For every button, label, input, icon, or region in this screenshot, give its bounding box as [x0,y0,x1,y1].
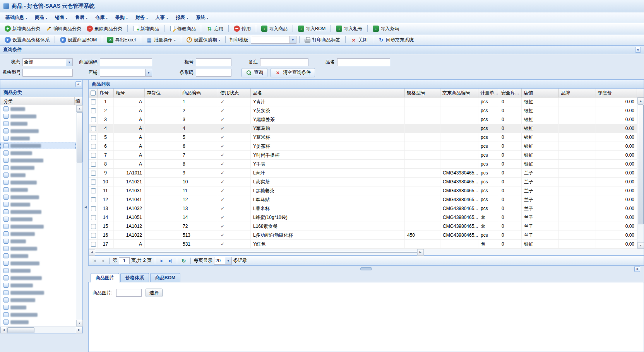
tree-item[interactable] [0,201,76,208]
set-price-system-button[interactable]: 设置商品价格体系 [2,35,52,45]
column-header-brand[interactable]: 品牌 [559,89,596,97]
table-row[interactable]: 141A105114✓L蜂蜜(10g*10袋)CMG43980465...盒0兰… [89,213,637,222]
column-header-code[interactable]: 商品编码 [180,89,218,97]
page-size-value[interactable] [214,257,225,264]
choose-image-button[interactable]: 选择 [146,289,163,297]
tree-item[interactable] [0,289,76,296]
tree-item[interactable] [0,282,76,289]
last-page-button[interactable] [167,257,174,264]
tree-item[interactable] [0,105,76,113]
row-checkbox[interactable] [91,153,96,158]
column-header-category[interactable]: 分类 [0,97,75,105]
import-product-button[interactable]: 导入商品 [259,24,290,34]
column-header-name[interactable]: 品名 [251,89,405,97]
row-checkbox[interactable] [91,242,96,247]
row-checkbox[interactable] [91,215,96,220]
import-barcode-button[interactable]: 导入条码 [370,24,401,34]
tree-item[interactable] [0,296,76,304]
row-checkbox[interactable] [91,171,96,176]
tree-item[interactable] [0,113,76,120]
product-code-input[interactable] [100,58,152,66]
print-label-button[interactable]: 打印商品标签 [302,35,343,45]
close-button[interactable]: 关闭 [348,35,370,45]
add-product-button[interactable]: 新增商品 [130,24,161,34]
chevron-down-icon[interactable] [289,36,296,43]
column-header-edit[interactable]: 编 [75,97,82,105]
tree-item[interactable] [0,208,76,215]
prev-page-button[interactable] [99,257,106,264]
batch-operation-button[interactable]: 批量操作 [144,35,178,45]
scroll-right-icon[interactable] [76,327,82,333]
menu-item[interactable]: 财务 [132,12,152,23]
column-header-status[interactable]: 使用状态 [218,89,251,97]
tree-item[interactable] [0,311,76,318]
row-checkbox[interactable] [91,206,96,211]
tree-item[interactable] [0,135,76,142]
column-header-shop[interactable]: 店铺 [522,89,559,97]
scroll-thumb[interactable] [77,112,82,162]
column-header-safe[interactable]: 安全库... [499,89,522,97]
table-row[interactable]: 1A1✓Y青汁pcs0银虹0.00 [89,97,637,106]
row-checkbox[interactable] [91,197,96,202]
row-checkbox[interactable] [91,126,96,131]
row-checkbox[interactable] [91,188,96,193]
table-row[interactable]: 5A5✓Y薏米杯pcs0银虹0.00 [89,133,637,142]
scroll-thumb[interactable] [638,104,644,224]
select-all-checkbox[interactable] [91,91,96,96]
tree-horizontal-scrollbar[interactable] [0,326,82,333]
table-row[interactable]: 111A103111✓L黑糖姜茶CMG43980465...pcs0兰子0.00 [89,186,637,195]
bottom-splitter[interactable] [88,266,644,272]
remark-input[interactable] [260,58,308,66]
menu-item[interactable]: 商品 [31,12,51,23]
row-checkbox[interactable] [91,179,96,185]
edit-category-button[interactable]: 编辑商品分类 [43,24,84,34]
tree-item[interactable] [0,215,76,223]
scroll-down-icon[interactable] [76,320,83,326]
edit-product-button[interactable]: 修改商品 [167,24,198,34]
row-checkbox[interactable] [91,224,96,229]
table-row[interactable]: 3A3✓Y黑糖姜茶pcs0银虹0.00 [89,115,637,124]
collapse-query-button[interactable] [635,47,641,53]
enable-button[interactable]: 启用 [204,24,226,34]
column-header-check[interactable] [89,89,98,97]
table-row[interactable]: 4A4✓Y军马贴pcs0银虹0.00 [89,124,637,133]
row-checkbox[interactable] [91,117,96,122]
table-row[interactable]: 101A102110✓L芡实茶CMG43980465...pcs0兰子0.00 [89,178,637,186]
tree-item[interactable] [0,186,76,193]
table-row[interactable]: 121A104112✓L军马贴CMG43980465...pcs0兰子0.00 [89,195,637,204]
scroll-thumb[interactable] [7,327,34,333]
shop-select[interactable] [100,69,152,77]
tree-item[interactable] [0,120,76,127]
tree-item[interactable] [0,245,76,252]
tree-item[interactable] [0,149,76,157]
row-checkbox[interactable] [91,162,96,167]
menu-item[interactable]: 销售 [51,12,71,23]
tree-item[interactable] [0,193,76,201]
product-name-input[interactable] [337,58,390,66]
menu-item[interactable]: 售后 [71,12,91,23]
bottom-tab-2[interactable]: 商品BOM [150,273,180,282]
spec-input[interactable] [22,69,73,77]
collapse-bottom-button[interactable] [634,266,640,272]
scroll-down-icon[interactable] [637,242,644,249]
tree-item[interactable] [0,171,76,179]
status-select[interactable] [22,58,73,66]
column-header-spec[interactable]: 规格型号 [405,89,440,97]
splitter-grip[interactable] [360,267,372,270]
table-row[interactable]: 91A10119✓L青汁CMG43980465...pcs0兰子0.00 [89,169,637,178]
table-row[interactable]: 131A103213✓L薏米杯CMG43980465...pcs0兰子0.00 [89,204,637,213]
tree-item[interactable] [0,164,76,171]
chevron-down-icon[interactable] [225,257,231,264]
menu-item[interactable]: 系统 [192,12,212,23]
menu-item[interactable]: 采购 [111,12,132,23]
collapse-left-mini-icon[interactable] [84,204,87,209]
column-header-jd_code[interactable]: 京东商品编号 [440,89,478,97]
import-cabinet-button[interactable]: 导入柜号 [334,24,365,34]
scroll-up-icon[interactable] [637,97,644,104]
table-row[interactable]: 161A1022513✓L多功能自动磁化杯450CMG43980465...pc… [89,231,637,240]
row-checkbox[interactable] [91,108,96,113]
row-checkbox[interactable] [91,135,96,140]
set-shelflife-button[interactable]: 设置保质期 [184,35,223,45]
grid-horizontal-scrollbar[interactable] [89,249,644,255]
page-size-select[interactable] [214,257,232,265]
